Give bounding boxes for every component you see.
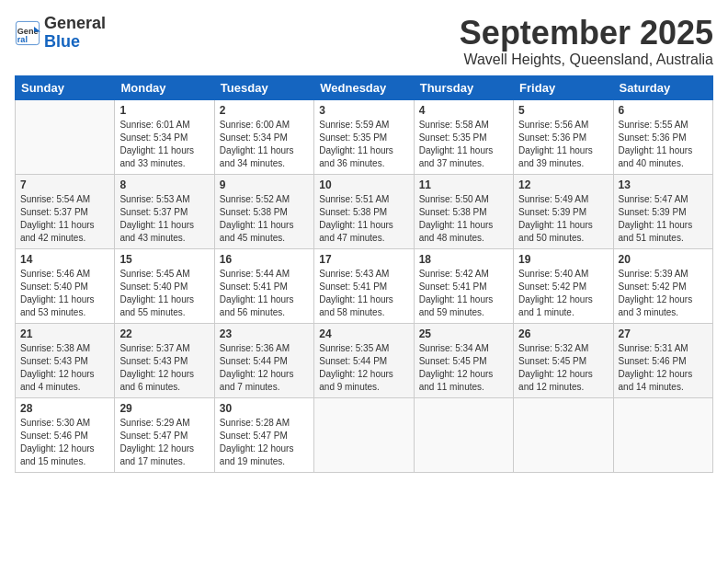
day-info: Sunrise: 5:54 AM Sunset: 5:37 PM Dayligh… [20,193,109,245]
calendar-cell: 9Sunrise: 5:52 AM Sunset: 5:38 PM Daylig… [214,174,313,248]
day-number: 28 [20,402,109,415]
day-number: 18 [419,253,508,266]
calendar-cell: 15Sunrise: 5:45 AM Sunset: 5:40 PM Dayli… [115,248,214,323]
day-number: 19 [518,253,608,266]
column-header-friday: Friday [514,75,613,99]
day-info: Sunrise: 5:51 AM Sunset: 5:38 PM Dayligh… [319,193,408,245]
day-number: 20 [619,253,708,266]
day-number: 11 [419,178,508,191]
day-info: Sunrise: 5:47 AM Sunset: 5:39 PM Dayligh… [619,193,708,245]
day-info: Sunrise: 5:56 AM Sunset: 5:36 PM Dayligh… [518,119,608,170]
day-info: Sunrise: 5:45 AM Sunset: 5:40 PM Dayligh… [119,268,209,319]
calendar-cell: 5Sunrise: 5:56 AM Sunset: 5:36 PM Daylig… [514,99,613,174]
calendar-cell: 11Sunrise: 5:50 AM Sunset: 5:38 PM Dayli… [414,174,513,248]
calendar-week-5: 28Sunrise: 5:30 AM Sunset: 5:46 PM Dayli… [16,397,713,472]
calendar-cell: 24Sunrise: 5:35 AM Sunset: 5:44 PM Dayli… [314,323,414,397]
day-info: Sunrise: 5:39 AM Sunset: 5:42 PM Dayligh… [619,268,708,319]
day-number: 17 [319,253,408,266]
svg-text:ral: ral [17,35,28,44]
day-info: Sunrise: 5:31 AM Sunset: 5:46 PM Dayligh… [619,342,708,394]
day-info: Sunrise: 5:44 AM Sunset: 5:41 PM Dayligh… [220,268,309,319]
logo-general-text: General [44,15,106,33]
day-info: Sunrise: 5:29 AM Sunset: 5:47 PM Dayligh… [119,417,209,468]
day-number: 6 [619,104,708,117]
calendar-header-row: SundayMondayTuesdayWednesdayThursdayFrid… [16,75,713,99]
calendar-week-4: 21Sunrise: 5:38 AM Sunset: 5:43 PM Dayli… [16,323,713,397]
calendar-cell: 7Sunrise: 5:54 AM Sunset: 5:37 PM Daylig… [16,174,115,248]
calendar-cell: 28Sunrise: 5:30 AM Sunset: 5:46 PM Dayli… [16,397,115,472]
day-number: 4 [419,104,508,117]
location-title: Wavell Heights, Queensland, Australia [460,52,713,68]
calendar-cell: 17Sunrise: 5:43 AM Sunset: 5:41 PM Dayli… [314,248,414,323]
day-number: 10 [319,178,408,191]
calendar-cell [314,397,414,472]
day-number: 12 [518,178,608,191]
day-info: Sunrise: 5:50 AM Sunset: 5:38 PM Dayligh… [419,193,508,245]
day-number: 22 [119,327,209,340]
column-header-wednesday: Wednesday [314,75,414,99]
day-info: Sunrise: 5:36 AM Sunset: 5:44 PM Dayligh… [220,342,309,394]
day-number: 23 [220,327,309,340]
day-number: 21 [20,327,109,340]
calendar-cell: 25Sunrise: 5:34 AM Sunset: 5:45 PM Dayli… [414,323,513,397]
logo-text: General Blue [44,15,106,52]
calendar-cell: 12Sunrise: 5:49 AM Sunset: 5:39 PM Dayli… [514,174,613,248]
calendar-cell: 18Sunrise: 5:42 AM Sunset: 5:41 PM Dayli… [414,248,513,323]
calendar-week-2: 7Sunrise: 5:54 AM Sunset: 5:37 PM Daylig… [16,174,713,248]
calendar-cell: 10Sunrise: 5:51 AM Sunset: 5:38 PM Dayli… [314,174,414,248]
calendar-cell: 13Sunrise: 5:47 AM Sunset: 5:39 PM Dayli… [613,174,712,248]
calendar-cell: 22Sunrise: 5:37 AM Sunset: 5:43 PM Dayli… [115,323,214,397]
calendar-cell: 30Sunrise: 5:28 AM Sunset: 5:47 PM Dayli… [214,397,313,472]
day-info: Sunrise: 5:38 AM Sunset: 5:43 PM Dayligh… [20,342,109,394]
logo: Gene ral General Blue [15,15,106,52]
day-number: 13 [619,178,708,191]
calendar-cell [514,397,613,472]
calendar-cell: 29Sunrise: 5:29 AM Sunset: 5:47 PM Dayli… [115,397,214,472]
day-number: 29 [119,402,209,415]
column-header-monday: Monday [115,75,214,99]
calendar-cell: 19Sunrise: 5:40 AM Sunset: 5:42 PM Dayli… [514,248,613,323]
calendar-cell: 2Sunrise: 6:00 AM Sunset: 5:34 PM Daylig… [214,99,313,174]
day-number: 1 [119,104,209,117]
day-info: Sunrise: 6:01 AM Sunset: 5:34 PM Dayligh… [119,119,209,170]
day-info: Sunrise: 5:53 AM Sunset: 5:37 PM Dayligh… [119,193,209,245]
day-number: 27 [619,327,708,340]
day-info: Sunrise: 5:42 AM Sunset: 5:41 PM Dayligh… [419,268,508,319]
calendar-cell: 23Sunrise: 5:36 AM Sunset: 5:44 PM Dayli… [214,323,313,397]
day-info: Sunrise: 5:28 AM Sunset: 5:47 PM Dayligh… [220,417,309,468]
day-number: 7 [20,178,109,191]
day-number: 15 [119,253,209,266]
day-info: Sunrise: 5:58 AM Sunset: 5:35 PM Dayligh… [419,119,508,170]
day-info: Sunrise: 5:43 AM Sunset: 5:41 PM Dayligh… [319,268,408,319]
calendar-cell: 20Sunrise: 5:39 AM Sunset: 5:42 PM Dayli… [613,248,712,323]
column-header-saturday: Saturday [613,75,712,99]
calendar-cell: 26Sunrise: 5:32 AM Sunset: 5:45 PM Dayli… [514,323,613,397]
day-number: 16 [220,253,309,266]
day-info: Sunrise: 5:30 AM Sunset: 5:46 PM Dayligh… [20,417,109,468]
title-block: September 2025 Wavell Heights, Queenslan… [460,15,713,68]
logo-icon: Gene ral [15,20,40,46]
day-info: Sunrise: 5:34 AM Sunset: 5:45 PM Dayligh… [419,342,508,394]
calendar-cell: 27Sunrise: 5:31 AM Sunset: 5:46 PM Dayli… [613,323,712,397]
day-info: Sunrise: 5:55 AM Sunset: 5:36 PM Dayligh… [619,119,708,170]
day-number: 14 [20,253,109,266]
day-info: Sunrise: 6:00 AM Sunset: 5:34 PM Dayligh… [220,119,309,170]
calendar-cell: 1Sunrise: 6:01 AM Sunset: 5:34 PM Daylig… [115,99,214,174]
day-info: Sunrise: 5:40 AM Sunset: 5:42 PM Dayligh… [518,268,608,319]
logo-blue-text: Blue [44,33,106,52]
column-header-tuesday: Tuesday [214,75,313,99]
day-info: Sunrise: 5:32 AM Sunset: 5:45 PM Dayligh… [518,342,608,394]
calendar-week-1: 1Sunrise: 6:01 AM Sunset: 5:34 PM Daylig… [16,99,713,174]
day-number: 26 [518,327,608,340]
day-info: Sunrise: 5:49 AM Sunset: 5:39 PM Dayligh… [518,193,608,245]
page-header: Gene ral General Blue September 2025 Wav… [15,15,713,68]
column-header-thursday: Thursday [414,75,513,99]
day-number: 30 [220,402,309,415]
month-title: September 2025 [460,15,713,52]
day-info: Sunrise: 5:35 AM Sunset: 5:44 PM Dayligh… [319,342,408,394]
calendar-cell: 6Sunrise: 5:55 AM Sunset: 5:36 PM Daylig… [613,99,712,174]
column-header-sunday: Sunday [16,75,115,99]
day-number: 8 [119,178,209,191]
calendar-cell: 3Sunrise: 5:59 AM Sunset: 5:35 PM Daylig… [314,99,414,174]
calendar-cell: 8Sunrise: 5:53 AM Sunset: 5:37 PM Daylig… [115,174,214,248]
